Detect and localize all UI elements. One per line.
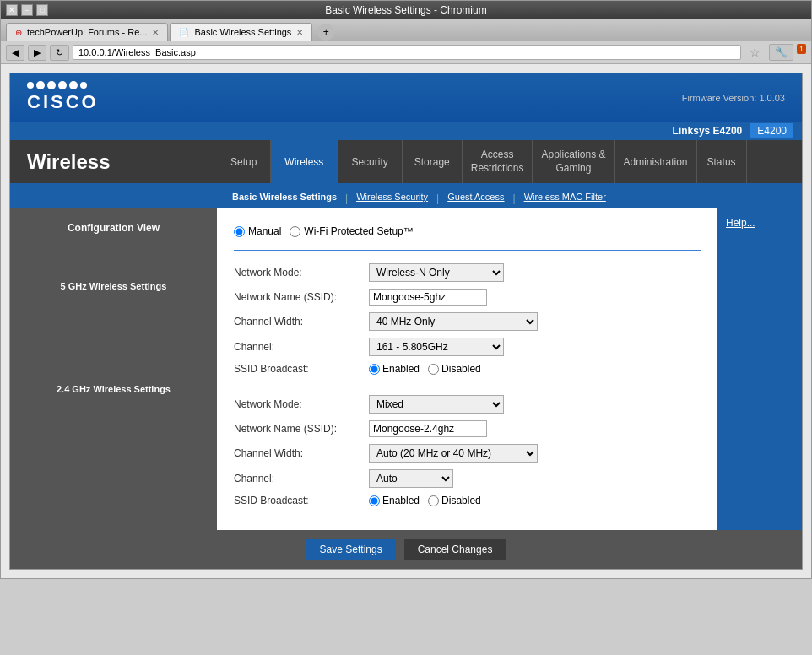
dot3 (47, 81, 56, 89)
wps-radio-option[interactable]: Wi-Fi Protected Setup™ (290, 225, 413, 237)
refresh-button[interactable]: ↻ (50, 45, 69, 61)
24ghz-channel-select[interactable]: Auto 1 6 11 (369, 469, 453, 488)
manual-radio[interactable] (234, 226, 245, 237)
wps-label: Wi-Fi Protected Setup™ (304, 225, 413, 237)
main-form: Manual Wi-Fi Protected Setup™ Network Mo… (217, 208, 717, 530)
nav-applications-gaming[interactable]: Applications &Gaming (533, 140, 614, 183)
sub-nav: Basic Wireless Settings | Wireless Secur… (10, 183, 802, 208)
5ghz-network-mode-select[interactable]: Wireless-N Only Mixed Disabled (369, 263, 504, 282)
24ghz-channel-width-select[interactable]: Auto (20 MHz or 40 MHz) 40 MHz Only 20 M… (369, 444, 538, 463)
sidebar-label: Wireless (10, 140, 217, 183)
firmware-info: Firmware Version: 1.0.03 (682, 93, 785, 103)
24ghz-broadcast-disabled-option[interactable]: Disabled (428, 495, 481, 506)
cisco-text: CISCO (27, 91, 99, 113)
24ghz-broadcast-disabled-label: Disabled (441, 495, 481, 506)
24ghz-broadcast-disabled-radio[interactable] (428, 495, 439, 506)
content-area: Configuration View 5 GHz Wireless Settin… (10, 208, 802, 530)
footer-bar: Save Settings Cancel Changes (10, 530, 802, 569)
24ghz-settings: Network Mode: Mixed Wireless-N Only Disa… (234, 382, 701, 506)
5ghz-channel-label: Channel: (234, 341, 369, 353)
5ghz-ssid-input[interactable] (369, 289, 487, 306)
cancel-changes-button[interactable]: Cancel Changes (404, 539, 506, 560)
tab-techpowerup[interactable]: ⊕ techPowerUp! Forums - Re... ✕ (6, 23, 168, 41)
nav-administration[interactable]: Administration (615, 140, 697, 183)
subnav-sep2: | (436, 192, 439, 204)
save-settings-button[interactable]: Save Settings (306, 539, 396, 560)
manual-radio-option[interactable]: Manual (234, 225, 281, 237)
new-tab-button[interactable]: + (317, 24, 334, 41)
subnav-guest-access[interactable]: Guest Access (441, 188, 511, 208)
24ghz-ssid-row: Network Name (SSID): (234, 420, 701, 437)
nav-storage[interactable]: Storage (403, 140, 463, 183)
maximize-btn[interactable]: □ (36, 4, 48, 16)
5ghz-channel-width-row: Channel Width: 40 MHz Only 20 MHz Only A… (234, 312, 701, 331)
dot4 (58, 81, 67, 89)
tabs-bar: ⊕ techPowerUp! Forums - Re... ✕ 📄 Basic … (1, 19, 811, 41)
forward-button[interactable]: ▶ (28, 45, 46, 61)
address-input[interactable] (73, 45, 741, 60)
24ghz-ssid-broadcast-control: Enabled Disabled (369, 495, 481, 506)
tab-wireless[interactable]: 📄 Basic Wireless Settings ✕ (170, 23, 312, 41)
dot1 (27, 82, 34, 89)
nav-access-restrictions[interactable]: AccessRestrictions (463, 140, 533, 183)
subnav-mac-filter[interactable]: Wireless MAC Filter (517, 188, 613, 208)
subnav-sep3: | (513, 192, 516, 204)
24ghz-ssid-input[interactable] (369, 420, 487, 437)
5ghz-channel-width-select[interactable]: 40 MHz Only 20 MHz Only Auto (20 MHz or … (369, 312, 538, 331)
subnav-basic-wireless[interactable]: Basic Wireless Settings (225, 188, 344, 208)
window-controls[interactable]: ✕ − □ (6, 4, 48, 16)
model-name: Linksys E4200 (673, 125, 743, 137)
nav-setup[interactable]: Setup (217, 140, 271, 183)
cisco-logo-area: CISCO (27, 82, 99, 113)
5ghz-broadcast-disabled-option[interactable]: Disabled (428, 363, 481, 375)
configuration-sidebar: Configuration View 5 GHz Wireless Settin… (10, 208, 217, 530)
back-button[interactable]: ◀ (6, 45, 24, 61)
24ghz-broadcast-enabled-option[interactable]: Enabled (369, 495, 420, 506)
24ghz-channel-row: Channel: Auto 1 6 11 (234, 469, 701, 488)
nav-wireless[interactable]: Wireless (271, 140, 338, 183)
notification-badge: 1 (797, 44, 806, 54)
bookmark-star-icon[interactable]: ☆ (744, 44, 766, 61)
address-bar: ◀ ▶ ↻ ☆ 🔧 1 (1, 41, 811, 64)
24ghz-broadcast-enabled-label: Enabled (382, 495, 420, 506)
sidebar-5ghz: 5 GHz Wireless Settings (19, 281, 208, 291)
nav-status[interactable]: Status (697, 140, 747, 183)
title-bar: ✕ − □ Basic Wireless Settings - Chromium (1, 1, 811, 19)
close-btn[interactable]: ✕ (6, 4, 18, 16)
5ghz-ssid-broadcast-label: SSID Broadcast: (234, 363, 369, 375)
wps-radio[interactable] (290, 226, 300, 237)
5ghz-broadcast-disabled-radio[interactable] (428, 364, 439, 375)
5ghz-settings: Network Mode: Wireless-N Only Mixed Disa… (234, 263, 701, 375)
tab-close-wireless[interactable]: ✕ (296, 28, 303, 37)
minimize-btn[interactable]: − (21, 4, 33, 16)
5ghz-broadcast-enabled-label: Enabled (382, 363, 420, 375)
help-link[interactable]: Help... (726, 217, 755, 229)
tab-close-techpowerup[interactable]: ✕ (152, 28, 159, 37)
nav-row: Wireless Setup Wireless Security Storage… (10, 140, 802, 183)
nav-security[interactable]: Security (338, 140, 402, 183)
model-bar: Linksys E4200 E4200 (10, 122, 802, 140)
5ghz-channel-select[interactable]: 161 - 5.805GHz Auto (369, 338, 504, 356)
5ghz-ssid-broadcast-control: Enabled Disabled (369, 363, 481, 375)
5ghz-broadcast-enabled-radio[interactable] (369, 364, 380, 375)
dot6 (80, 82, 87, 89)
24ghz-network-mode-select[interactable]: Mixed Wireless-N Only Disabled (369, 395, 504, 414)
cisco-header: CISCO Firmware Version: 1.0.03 (10, 73, 802, 122)
model-number: E4200 (750, 123, 793, 138)
24ghz-channel-label: Channel: (234, 473, 369, 484)
subnav-wireless-security[interactable]: Wireless Security (349, 188, 435, 208)
24ghz-ssid-broadcast-row: SSID Broadcast: Enabled Disabled (234, 495, 701, 506)
manual-label: Manual (248, 225, 281, 237)
24ghz-broadcast-enabled-radio[interactable] (369, 495, 380, 506)
5ghz-channel-width-label: Channel Width: (234, 316, 369, 328)
5ghz-broadcast-disabled-label: Disabled (441, 363, 481, 375)
sidebar-24ghz: 2.4 GHz Wireless Settings (19, 384, 208, 394)
dot5 (69, 81, 78, 89)
24ghz-ssid-broadcast-label: SSID Broadcast: (234, 495, 369, 506)
5ghz-broadcast-enabled-option[interactable]: Enabled (369, 363, 420, 375)
sub-nav-items: Basic Wireless Settings | Wireless Secur… (217, 188, 802, 208)
5ghz-ssid-control (369, 289, 487, 306)
settings-wrench-button[interactable]: 🔧 (769, 44, 793, 61)
24ghz-network-mode-row: Network Mode: Mixed Wireless-N Only Disa… (234, 395, 701, 414)
24ghz-network-mode-control: Mixed Wireless-N Only Disabled (369, 395, 504, 414)
